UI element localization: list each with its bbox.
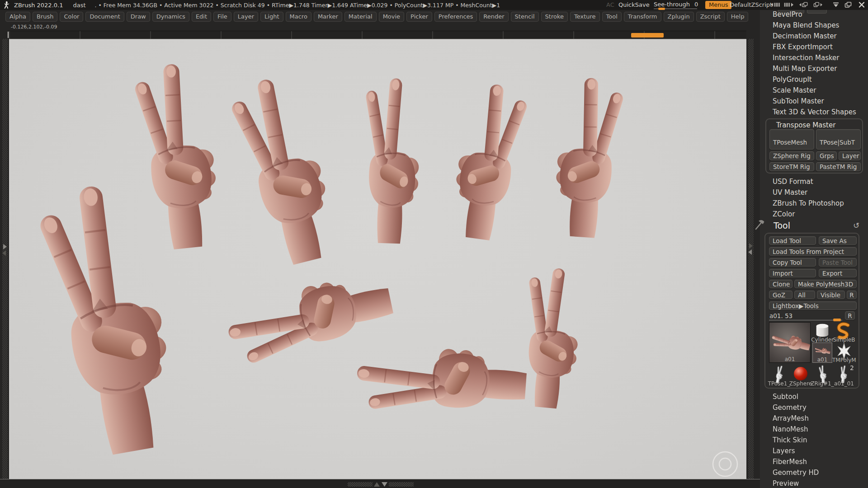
section-nanomesh[interactable]: NanoMesh [760, 424, 868, 435]
goz-r-button[interactable]: R [847, 291, 857, 299]
menu-macro[interactable]: Macro [286, 12, 311, 22]
goz-all-button[interactable]: All [794, 291, 815, 299]
menu-light[interactable]: Light [260, 12, 283, 22]
menu-alpha[interactable]: Alpha [5, 12, 30, 22]
tool-thumb-tmpolymesh[interactable]: TMPolyM [834, 343, 854, 363]
plugin-zbrush-to-photoshop[interactable]: ZBrush To Photoshop [760, 198, 868, 209]
tool-thumb-tpose1[interactable]: TPose1_ [769, 365, 789, 386]
sculpted-hand[interactable] [354, 343, 528, 420]
menu-color[interactable]: Color [60, 12, 83, 22]
zsphere-rig-button[interactable]: ZSphere Rig [769, 151, 814, 160]
import-button[interactable]: Import [769, 269, 816, 277]
quicksave-button[interactable]: QuickSave [618, 1, 650, 8]
shelf-segment-track[interactable] [9, 31, 746, 39]
section-geometry[interactable]: Geometry [760, 402, 868, 413]
menu-document[interactable]: Document [85, 12, 124, 22]
tool-reset-icon[interactable]: ↺ [853, 221, 859, 230]
section-thick-skin[interactable]: Thick Skin [760, 435, 868, 446]
tool-thumb-zrig1[interactable]: ZRig#1_ [812, 365, 832, 386]
active-tool-slider-track[interactable] [769, 320, 842, 320]
grps-button[interactable]: Grps [816, 151, 837, 160]
tool-thumb-zsphere[interactable]: ZSphere [791, 365, 811, 386]
menu-file[interactable]: File [213, 12, 231, 22]
sculpted-hand[interactable] [222, 270, 398, 368]
goz-button[interactable]: GoZ [769, 291, 793, 299]
save-as-button[interactable]: Save As [819, 236, 857, 245]
make-polymesh3d-button[interactable]: Make PolyMesh3D [794, 280, 857, 288]
menu-layer[interactable]: Layer [234, 12, 258, 22]
plugin-fbx-exportimport[interactable]: FBX ExportImport [760, 42, 868, 52]
menu-preferences[interactable]: Preferences [434, 12, 477, 22]
sculpted-hand[interactable] [517, 266, 584, 410]
menu-render[interactable]: Render [479, 12, 508, 22]
tool-thumb-a01-01[interactable]: 2 a01_01 [834, 365, 854, 386]
tray-expand-arrows[interactable] [373, 482, 389, 487]
menu-stencil[interactable]: Stencil [511, 12, 539, 22]
active-tool-slider-handle[interactable] [833, 319, 841, 321]
plugin-text-3d-vector-shapes[interactable]: Text 3D & Vector Shapes [760, 107, 868, 117]
active-tool-thumbnail[interactable]: a01 [769, 322, 811, 363]
sculpted-hand[interactable] [360, 77, 422, 244]
plugin-intersection-masker[interactable]: Intersection Masker [760, 52, 868, 63]
plugin-scale-master[interactable]: Scale Master [760, 85, 868, 96]
plugin-subtool-master[interactable]: SubTool Master [760, 96, 868, 107]
menu-zplugin[interactable]: Zplugin [664, 12, 694, 22]
sculpted-hand[interactable] [132, 61, 223, 252]
tposemesh-button[interactable]: TPoseMesh [769, 129, 814, 150]
export-button[interactable]: Export [819, 269, 857, 277]
section-preview[interactable]: Preview [760, 478, 868, 488]
see-through-slider[interactable]: See-through0 [654, 1, 698, 8]
document-canvas[interactable] [9, 39, 746, 479]
plugin-polygroupit[interactable]: PolyGroupIt [760, 74, 868, 85]
pastetm-rig-button[interactable]: PasteTM Rig [816, 162, 861, 171]
layer-button[interactable]: Layer [839, 151, 861, 160]
plugin-maya-blend-shapes[interactable]: Maya Blend Shapes [760, 20, 868, 31]
load-tool-button[interactable]: Load Tool [769, 236, 816, 245]
menu-zscript[interactable]: Zscript [696, 12, 725, 22]
shelf-scroll-indicator[interactable] [631, 33, 664, 38]
clone-button[interactable]: Clone [769, 280, 793, 288]
tray-up-arrow-icon[interactable] [373, 482, 380, 487]
menu-help[interactable]: Help [727, 12, 749, 22]
menu-texture[interactable]: Texture [570, 12, 600, 22]
goz-visible-button[interactable]: Visible [817, 291, 845, 299]
menu-material[interactable]: Material [344, 12, 377, 22]
plugin-multi-map-exporter[interactable]: Multi Map Exporter [760, 63, 868, 74]
plugin-usd-format[interactable]: USD Format [760, 176, 868, 187]
copy-tool-button[interactable]: Copy Tool [769, 258, 816, 267]
section-fibermesh[interactable]: FiberMesh [760, 456, 868, 467]
menu-stroke[interactable]: Stroke [541, 12, 568, 22]
sculpted-hand[interactable] [552, 76, 625, 239]
left-tray-divider[interactable] [0, 39, 9, 479]
section-subtool[interactable]: Subtool [760, 391, 868, 402]
minimize-button[interactable] [832, 1, 840, 8]
menu-dynamics[interactable]: Dynamics [152, 12, 189, 22]
plugin-decimation-master[interactable]: Decimation Master [760, 31, 868, 42]
slider-r-button[interactable]: R [845, 311, 855, 320]
plugin-zcolor[interactable]: ZColor [760, 209, 868, 220]
restore-window-button[interactable] [844, 1, 852, 8]
tray-down-arrow-icon[interactable] [381, 482, 388, 487]
menus-toggle-button[interactable]: Menus [705, 1, 731, 9]
bottom-tray-handle[interactable] [348, 482, 414, 487]
load-tools-from-project-button[interactable]: Load Tools From Project [769, 247, 857, 256]
section-geometry-hd[interactable]: Geometry HD [760, 467, 868, 478]
menu-transform[interactable]: Transform [624, 12, 661, 22]
right-tray-divider[interactable] [746, 39, 760, 479]
window-cycle-left-icon[interactable] [799, 1, 809, 8]
plugin-bevelpro[interactable]: BevelPro [760, 9, 868, 20]
tool-thumb-cylinder[interactable]: Cylinder [812, 322, 832, 343]
transpose-master-title[interactable]: Transpose Master [776, 121, 835, 129]
menu-tool[interactable]: Tool [602, 12, 622, 22]
close-button[interactable] [858, 1, 865, 8]
window-cycle-right-icon[interactable] [812, 1, 822, 8]
tool-thumb-a01-small[interactable]: a01 [812, 343, 832, 363]
menu-draw[interactable]: Draw [127, 12, 150, 22]
paste-tool-button[interactable]: Paste Tool [819, 258, 857, 267]
left-tray-toggle-arrows[interactable] [1, 243, 8, 257]
divider-bars-left-icon[interactable] [771, 1, 781, 8]
storetm-rig-button[interactable]: StoreTM Rig [769, 162, 814, 171]
section-arraymesh[interactable]: ArrayMesh [760, 413, 868, 424]
sculpted-hand[interactable] [225, 71, 341, 270]
plugin-uv-master[interactable]: UV Master [760, 187, 868, 198]
